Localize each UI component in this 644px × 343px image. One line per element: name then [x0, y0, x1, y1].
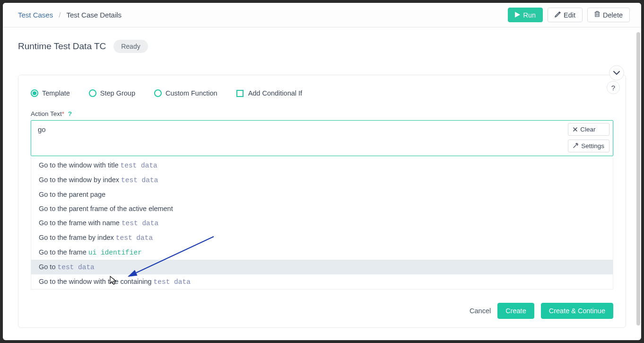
suggestion-item[interactable]: Go to the frame by index test data: [31, 230, 613, 245]
suggestion-prefix: Go to the window by index: [39, 176, 121, 184]
suggestion-list: Go to the window with title test dataGo …: [31, 158, 613, 290]
play-icon: [515, 11, 520, 19]
step-type-selector: Template Step Group Custom Function Add …: [31, 89, 613, 97]
wrench-icon: [573, 142, 578, 150]
action-text-label-text: Action Text: [31, 110, 62, 117]
clear-button[interactable]: Clear: [568, 123, 609, 136]
radio-template-label: Template: [42, 89, 70, 97]
radio-template[interactable]: Template: [31, 89, 70, 97]
action-text-input-wrap: Clear Settings: [31, 120, 613, 158]
edit-button-label: Edit: [564, 11, 575, 19]
checkbox-conditional-if[interactable]: Add Conditional If: [236, 89, 302, 97]
close-icon: [573, 126, 577, 133]
card-help-button[interactable]: ?: [607, 81, 620, 94]
breadcrumb-current: Test Case Details: [66, 11, 122, 19]
test-data-param: test data: [121, 176, 158, 184]
run-button[interactable]: Run: [508, 8, 543, 22]
footer-actions: Cancel Create Create & Continue: [31, 303, 613, 319]
top-bar: Test Cases / Test Case Details Run Edit: [3, 3, 641, 27]
top-actions: Run Edit Delete: [508, 8, 630, 22]
delete-button[interactable]: Delete: [587, 8, 630, 22]
radio-custom-function-label: Custom Function: [165, 89, 218, 97]
input-side-actions: Clear Settings: [568, 123, 609, 152]
suggestion-prefix: Go to the parent page: [39, 191, 105, 198]
suggestion-prefix: Go to: [39, 263, 58, 271]
suggestion-prefix: Go to the frame: [39, 248, 88, 256]
suggestion-prefix: Go to the window with title: [39, 161, 120, 169]
suggestion-item[interactable]: Go to the parent page: [31, 187, 613, 202]
action-text-label: Action Text* ?: [31, 110, 613, 117]
radio-icon: [89, 89, 96, 97]
vertical-scrollbar[interactable]: [636, 29, 641, 332]
create-continue-button[interactable]: Create & Continue: [541, 303, 613, 319]
breadcrumb: Test Cases / Test Case Details: [18, 11, 122, 19]
suggestion-prefix: Go to the parent frame of the active ele…: [39, 205, 173, 212]
run-button-label: Run: [523, 11, 536, 19]
pencil-icon: [555, 11, 561, 19]
suggestion-prefix: Go to the frame with name: [39, 219, 122, 227]
delete-button-label: Delete: [603, 11, 623, 19]
trash-icon: [594, 11, 600, 19]
suggestion-item[interactable]: Go to test data: [31, 260, 613, 274]
field-help-icon[interactable]: ?: [68, 110, 72, 117]
suggestion-prefix: Go to the frame by index: [39, 234, 116, 241]
radio-step-group-label: Step Group: [100, 89, 135, 97]
suggestion-item[interactable]: Go to the window by index test data: [31, 173, 613, 187]
radio-custom-function[interactable]: Custom Function: [154, 89, 218, 97]
status-badge: Ready: [113, 40, 148, 53]
required-asterisk: *: [62, 110, 64, 117]
settings-button[interactable]: Settings: [568, 140, 609, 152]
question-icon: ?: [611, 84, 615, 92]
step-editor-card: ? Template Step Group Custom Function Ad…: [18, 75, 626, 328]
test-data-param: test data: [154, 278, 191, 286]
scrollbar-thumb[interactable]: [636, 32, 640, 325]
create-button[interactable]: Create: [497, 303, 534, 319]
suggestion-item[interactable]: Go to the parent frame of the active ele…: [31, 202, 613, 216]
page-title: Runtime Test Data TC: [18, 41, 106, 52]
clear-button-label: Clear: [580, 126, 595, 133]
radio-step-group[interactable]: Step Group: [89, 89, 135, 97]
breadcrumb-root-link[interactable]: Test Cases: [18, 11, 53, 19]
suggestion-item[interactable]: Go to the frame with name test data: [31, 216, 613, 230]
edit-button[interactable]: Edit: [548, 8, 583, 22]
checkbox-conditional-if-label: Add Conditional If: [248, 89, 302, 97]
test-data-param: test data: [58, 264, 95, 271]
radio-icon: [154, 89, 162, 97]
title-row: Runtime Test Data TC Ready: [3, 27, 641, 62]
test-data-param: test data: [120, 162, 157, 169]
cancel-link[interactable]: Cancel: [470, 307, 491, 315]
checkbox-icon: [236, 90, 244, 97]
collapse-toggle[interactable]: [609, 65, 624, 80]
breadcrumb-separator: /: [59, 11, 61, 19]
test-data-param: test data: [122, 220, 158, 227]
suggestion-item[interactable]: Go to the window with title test data: [31, 158, 613, 173]
ui-identifier-param: ui identifier: [88, 249, 142, 256]
radio-icon: [31, 89, 38, 97]
suggestion-item[interactable]: Go to the frame ui identifier: [31, 245, 613, 260]
action-text-input[interactable]: [31, 120, 613, 156]
chevron-down-icon: [613, 69, 620, 77]
suggestion-prefix: Go to the window with title containing: [39, 278, 154, 285]
test-data-param: test data: [116, 234, 153, 242]
settings-button-label: Settings: [581, 142, 604, 150]
suggestion-item[interactable]: Go to the window with title containing t…: [31, 274, 613, 289]
